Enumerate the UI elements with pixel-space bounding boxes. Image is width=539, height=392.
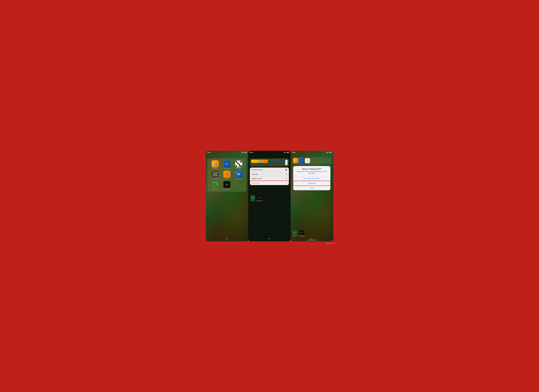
page-dots-2 [248, 239, 291, 239]
page-dot-2 [227, 239, 228, 239]
app-label-crosswordify: Crosswordify [236, 168, 241, 169]
phone-panel-3: 09:41 ▲ 🏄 OH! Cr [291, 151, 333, 241]
app-icon-subway[interactable]: 🏄 [212, 160, 219, 167]
app-label-applaydu: Applaydu [225, 178, 229, 179]
mini-app-preview: 🏄 OH! Cr [250, 158, 289, 167]
app-icon-treasuregames[interactable]: TG$ [223, 181, 231, 188]
signal-icon-3 [326, 152, 328, 153]
dialog-delete-app[interactable]: Delete App [293, 181, 330, 186]
status-icons-1: ▲ [241, 152, 246, 153]
app-label-treasuregames: Treasuregames [223, 189, 231, 190]
menu-edit-home[interactable]: Edit Home Screen 📱 [250, 167, 289, 172]
status-time-2: 09:41 [250, 152, 253, 153]
page-dot-1 [226, 239, 227, 239]
app-label-nyt: NYT Games [212, 178, 218, 179]
app-icon-applaydu[interactable]: 🐾 [223, 171, 231, 178]
menu-edit-home-icon: 📱 [285, 169, 287, 171]
delete-dialog: Remove "Subway Surf"? Removing from Home… [293, 166, 330, 190]
app-grid-1: 🏄 Subway Surf OH! LOTTERY Ohio Lottery [207, 158, 246, 192]
dialog-subtitle: Removing from Home Screen will keep the … [295, 171, 328, 174]
menu-face-id[interactable]: Require Face ID ⊙ [250, 177, 289, 181]
menu-share-app[interactable]: Share App ⬆ [250, 172, 289, 177]
wifi-icon-1: ▲ [243, 152, 244, 153]
status-time-3: 09:41 [292, 152, 296, 153]
menu-edit-home-label: Edit Home Screen [252, 169, 263, 170]
app-crosswordify[interactable]: CR SDI OSF Y Crosswordify [234, 160, 243, 169]
page-dot-2a [269, 239, 269, 239]
context-menu: Edit Home Screen 📱 Share App ⬆ Require F… [250, 167, 289, 185]
page-dots-3 [291, 239, 333, 239]
app-applaydu[interactable]: 🐾 Applaydu [222, 171, 231, 179]
status-icons-3: ▲ [326, 152, 332, 153]
app-ohio-lottery[interactable]: OH! LOTTERY Ohio Lottery [222, 160, 231, 169]
app-row-3: S E A R C H W E A T O R [209, 181, 245, 190]
page-dot-3a [311, 239, 312, 239]
phone-panel-1: 09:41 ▲ 🏄 [206, 151, 248, 241]
wifi-icon-2: ▲ [285, 152, 287, 153]
app-label-subway: Subway Surf [212, 168, 218, 169]
mini-icon-subway: 🏄 [251, 160, 268, 163]
app-icon-nyt[interactable] [212, 171, 219, 178]
signal-icon-2 [284, 152, 285, 153]
app-subway-surf[interactable]: 🏄 Subway Surf [211, 160, 220, 169]
battery-icon-3 [329, 152, 332, 153]
app-label-ohio: Ohio Lottery [224, 168, 230, 169]
swirl-3 [291, 151, 333, 241]
bottom-mini-apps: SP+ SpellTower+ TG$ Treasuregames [250, 195, 289, 201]
page-dot-2b [270, 239, 270, 239]
status-time-1: 09:41 [207, 152, 211, 153]
menu-remove-app-label: Remove App [252, 182, 260, 184]
phone-panel-2: 09:41 ▲ 🏄 OH! Cr [248, 151, 291, 241]
menu-face-id-label: Require Face ID [252, 178, 262, 179]
app-spelltower[interactable]: S E A R C H W E A T O R [211, 181, 220, 190]
app-icon-spelltower[interactable]: S E A R C H W E A T O R [212, 181, 219, 188]
app-disney-coloring[interactable]: 🐭 DisneyColoring... [234, 171, 243, 179]
dialog-remove-home[interactable]: Remove from Home Screen [293, 176, 330, 181]
status-icons-2: ▲ [284, 152, 289, 153]
signal-icon-1 [241, 152, 243, 153]
wifi-icon-3: ▲ [328, 152, 329, 153]
battery-icon-2 [287, 152, 289, 153]
menu-face-id-icon: ⊙ [286, 178, 287, 179]
mini-grid-panel3: 🏄 OH! Cr [292, 157, 332, 164]
menu-share-app-label: Share App [252, 173, 258, 175]
bottom-mini-apps-3: SP+ SpellTower+ TG$ Treasuregames [292, 230, 332, 236]
dialog-cancel[interactable]: Cancel [293, 186, 330, 190]
context-menu-area: 🏄 OH! Cr Edit Home Screen 📱 Share App ⬆ … [250, 158, 289, 201]
menu-remove-app[interactable]: Remove App ⊖ [250, 181, 289, 185]
app-label-disney: DisneyColoring... [235, 178, 242, 179]
mini-icon-crossword: Cr [285, 160, 288, 165]
mini-icon-ohio: OH! [268, 160, 285, 160]
app-row-2: NYT Games 🐾 Applaydu 🐭 DisneyColoring... [209, 171, 245, 179]
page-dots-1 [206, 239, 248, 239]
menu-remove-app-icon: ⊖ [286, 182, 287, 184]
dialog-title: Remove "Subway Surf"? [295, 168, 328, 170]
battery-icon-1 [245, 152, 246, 153]
app-row-1: 🏄 Subway Surf OH! LOTTERY Ohio Lottery [209, 160, 245, 169]
page-dot-3b [312, 239, 313, 239]
app-icon-ohio[interactable]: OH! LOTTERY [223, 160, 231, 167]
status-bar-3: 09:41 ▲ [292, 152, 332, 153]
outer-frame: 09:41 ▲ 🏄 [202, 147, 337, 245]
status-bar-1: 09:41 ▲ [207, 152, 246, 153]
app-label-spelltower: SpellTower+ [212, 189, 218, 190]
app-icon-disney[interactable]: 🐭 [235, 171, 242, 178]
dialog-title-section: Remove "Subway Surf"? Removing from Home… [293, 166, 330, 175]
menu-share-app-icon: ⬆ [286, 173, 287, 175]
status-bar-2: 09:41 ▲ [250, 152, 289, 153]
watermark: GadgetHacks.com [326, 243, 335, 244]
app-nyt-games[interactable]: NYT Games [211, 171, 220, 179]
app-icon-crosswordify[interactable]: CR SDI OSF Y [235, 160, 242, 167]
home-indicator-3 [307, 240, 317, 240]
app-treasuregames[interactable]: TG$ Treasuregames [222, 181, 231, 190]
